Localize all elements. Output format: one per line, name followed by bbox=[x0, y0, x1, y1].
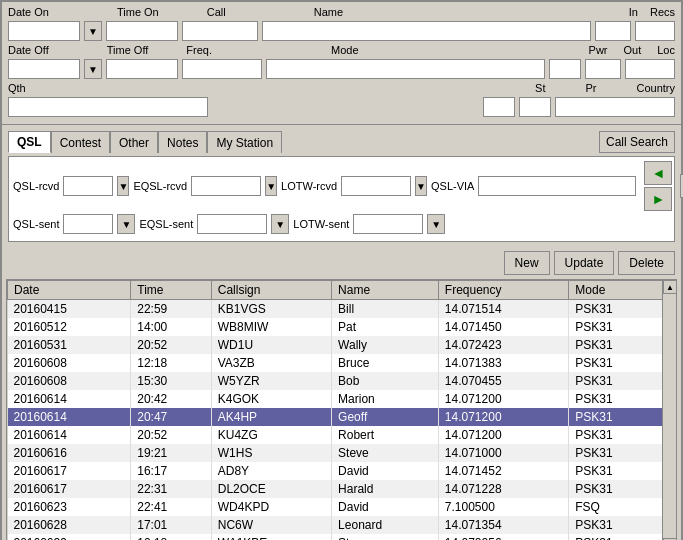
date-off-picker[interactable]: ▼ bbox=[84, 59, 102, 79]
qsl-rcvd-label: QSL-rcvd bbox=[13, 180, 59, 192]
date-on-picker[interactable]: ▼ bbox=[84, 21, 102, 41]
qsl-sent-field[interactable] bbox=[63, 214, 113, 234]
cell-time: 22:41 bbox=[131, 498, 212, 516]
table-row[interactable]: 2016061420:42K4GOKMarion14.071200PSK31 bbox=[8, 390, 676, 408]
qsl-rcvd-picker[interactable]: ▼ bbox=[117, 176, 129, 196]
qsl-sent-picker[interactable]: ▼ bbox=[117, 214, 135, 234]
recs-field[interactable]: 3161 bbox=[635, 21, 675, 41]
cell-mode: PSK31 bbox=[569, 534, 676, 540]
eqsl-sent-picker[interactable]: ▼ bbox=[271, 214, 289, 234]
table-row[interactable]: 2016061420:52KU4ZGRobert14.071200PSK31 bbox=[8, 426, 676, 444]
out-label: Out bbox=[624, 44, 642, 56]
tab-mystation[interactable]: My Station bbox=[207, 131, 282, 153]
qsl-panel: QSL-rcvd ▼ EQSL-rcvd 20161103 ▼ LOTW-rcv… bbox=[8, 156, 675, 242]
new-button[interactable]: New bbox=[504, 251, 550, 275]
country-field[interactable] bbox=[555, 97, 675, 117]
tab-qsl[interactable]: QSL bbox=[8, 131, 51, 153]
scrollbar-up[interactable]: ▲ bbox=[663, 280, 677, 294]
col-name: Name bbox=[332, 281, 439, 300]
cell-callsign: AD8Y bbox=[211, 462, 331, 480]
scrollbar-track[interactable] bbox=[663, 294, 676, 538]
qsl-via-label: QSL-VIA bbox=[431, 180, 474, 192]
in-field[interactable]: 599 bbox=[595, 21, 631, 41]
cell-name: David bbox=[332, 462, 439, 480]
table-row[interactable]: 2016062910:18WA1KBESteve14.070056PSK31 bbox=[8, 534, 676, 540]
time-off-field[interactable]: 20:51:05 bbox=[106, 59, 178, 79]
loc-label: Loc bbox=[657, 44, 675, 56]
eqsl-rcvd-picker[interactable]: ▼ bbox=[265, 176, 277, 196]
cell-date: 20160608 bbox=[8, 372, 131, 390]
cell-mode: PSK31 bbox=[569, 318, 676, 336]
tabs-row: QSL Contest Other Notes My Station Call … bbox=[8, 131, 675, 153]
table-row[interactable]: 2016061619:21W1HSSteve14.071000PSK31 bbox=[8, 444, 676, 462]
cell-time: 16:17 bbox=[131, 462, 212, 480]
table-row[interactable]: 2016041522:59KB1VGSBill14.071514PSK31 bbox=[8, 300, 676, 319]
cell-frequency: 14.071200 bbox=[438, 408, 568, 426]
time-on-field[interactable]: 20:47:39 bbox=[106, 21, 178, 41]
delete-button[interactable]: Delete bbox=[618, 251, 675, 275]
cell-date: 20160623 bbox=[8, 498, 131, 516]
arrow-left-button[interactable]: ◄ bbox=[644, 161, 672, 185]
table-row[interactable]: 2016051214:00WB8MIWPat14.071450PSK31 bbox=[8, 318, 676, 336]
tab-other[interactable]: Other bbox=[110, 131, 158, 153]
freq-field[interactable]: 14.071200 bbox=[182, 59, 262, 79]
call-field[interactable]: AK4HP bbox=[182, 21, 258, 41]
pwr-field[interactable]: 100 bbox=[549, 59, 581, 79]
qsl-rcvd-field[interactable] bbox=[63, 176, 113, 196]
table-row[interactable]: 2016062817:01NC6WLeonard14.071354PSK31 bbox=[8, 516, 676, 534]
eqsl-sent-field[interactable] bbox=[197, 214, 267, 234]
date-on-field[interactable]: 20160614 bbox=[8, 21, 80, 41]
arrow-right-button[interactable]: ► bbox=[644, 187, 672, 211]
table-row[interactable]: 2016053120:52WD1UWally14.072423PSK31 bbox=[8, 336, 676, 354]
cell-mode: PSK31 bbox=[569, 426, 676, 444]
cell-date: 20160628 bbox=[8, 516, 131, 534]
table-row[interactable]: 2016061722:31DL2OCEHarald14.071228PSK31 bbox=[8, 480, 676, 498]
scrollbar[interactable]: ▲ ▼ bbox=[662, 280, 676, 540]
loc-field[interactable] bbox=[625, 59, 675, 79]
col-mode: Mode bbox=[569, 281, 676, 300]
table-row[interactable]: 2016061420:47AK4HPGeoff14.071200PSK31 bbox=[8, 408, 676, 426]
cell-mode: PSK31 bbox=[569, 516, 676, 534]
cell-mode: PSK31 bbox=[569, 462, 676, 480]
cell-date: 20160614 bbox=[8, 408, 131, 426]
col-date: Date bbox=[8, 281, 131, 300]
table-row[interactable]: 2016061716:17AD8YDavid14.071452PSK31 bbox=[8, 462, 676, 480]
cell-name: David bbox=[332, 498, 439, 516]
update-button[interactable]: Update bbox=[554, 251, 615, 275]
lotw-sent-picker[interactable]: ▼ bbox=[427, 214, 445, 234]
cell-name: Bruce bbox=[332, 354, 439, 372]
date-off-field[interactable]: 20160614 bbox=[8, 59, 80, 79]
call-search-button[interactable]: Call Search bbox=[599, 131, 675, 153]
table-row[interactable]: 2016060812:18VA3ZBBruce14.071383PSK31 bbox=[8, 354, 676, 372]
date-off-label: Date Off bbox=[8, 44, 49, 56]
cell-name: Steve bbox=[332, 444, 439, 462]
name-field[interactable]: Geoff bbox=[262, 21, 591, 41]
tab-contest[interactable]: Contest bbox=[51, 131, 110, 153]
cell-mode: PSK31 bbox=[569, 336, 676, 354]
table-row[interactable]: 2016060815:30W5YZRBob14.070455PSK31 bbox=[8, 372, 676, 390]
tab-notes[interactable]: Notes bbox=[158, 131, 207, 153]
cell-mode: PSK31 bbox=[569, 390, 676, 408]
cell-name: Harald bbox=[332, 480, 439, 498]
cell-time: 19:21 bbox=[131, 444, 212, 462]
cell-frequency: 14.072423 bbox=[438, 336, 568, 354]
cell-mode: PSK31 bbox=[569, 408, 676, 426]
lotw-rcvd-picker[interactable]: ▼ bbox=[415, 176, 427, 196]
cell-time: 20:52 bbox=[131, 336, 212, 354]
lotw-rcvd-field[interactable]: 20161102 bbox=[341, 176, 411, 196]
cell-name: Leonard bbox=[332, 516, 439, 534]
cell-frequency: 14.071200 bbox=[438, 390, 568, 408]
pr-field[interactable] bbox=[519, 97, 551, 117]
eqsl-rcvd-field[interactable]: 20161103 bbox=[191, 176, 261, 196]
cell-frequency: 7.100500 bbox=[438, 498, 568, 516]
lotw-sent-field[interactable] bbox=[353, 214, 423, 234]
table-row[interactable]: 2016062322:41WD4KPDDavid7.100500FSQ bbox=[8, 498, 676, 516]
st-field[interactable] bbox=[483, 97, 515, 117]
qth-field[interactable]: Fayetteville bbox=[8, 97, 208, 117]
pr-label: Pr bbox=[585, 82, 596, 94]
cell-time: 20:52 bbox=[131, 426, 212, 444]
mode-field[interactable]: PSK31 bbox=[266, 59, 545, 79]
out-field[interactable]: 599 bbox=[585, 59, 621, 79]
qsl-via-field[interactable] bbox=[478, 176, 636, 196]
st-label: St bbox=[535, 82, 545, 94]
